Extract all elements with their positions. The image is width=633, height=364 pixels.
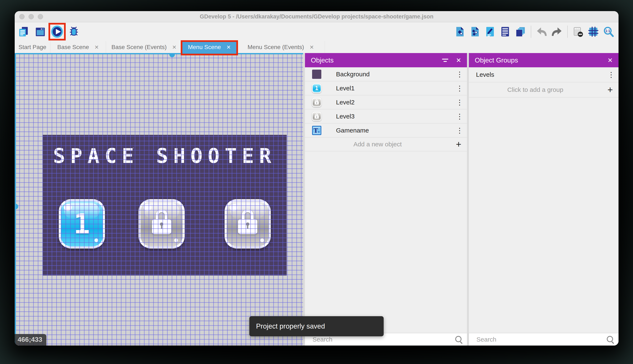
close-tab-icon[interactable]: ✕	[94, 44, 99, 50]
project-manager-icon[interactable]	[18, 26, 29, 38]
tab-start-page[interactable]: Start Page	[15, 41, 50, 53]
close-tab-icon[interactable]: ✕	[172, 44, 176, 50]
add-group-button[interactable]: Click to add a group +	[469, 82, 618, 98]
instances-list-icon[interactable]	[499, 26, 511, 38]
button-highlight	[230, 204, 238, 211]
object-row-level2[interactable]: Level2 ⋮	[305, 96, 467, 110]
text-object-thumbnail: Tx	[312, 126, 321, 135]
groups-search-bar	[469, 334, 618, 346]
object-row-level1[interactable]: 1 Level1 ⋮	[305, 81, 467, 96]
object-name: Level3	[336, 113, 452, 120]
undo-icon[interactable]	[536, 26, 548, 38]
group-menu-icon[interactable]: ⋮	[604, 70, 618, 79]
group-row-levels[interactable]: Levels ⋮	[469, 67, 618, 82]
tab-base-scene-events[interactable]: Base Scene (Events) ✕	[106, 41, 182, 53]
tab-label: Base Scene (Events)	[111, 44, 167, 50]
toast-message: Project properly saved	[249, 322, 325, 330]
level3-button-instance[interactable]	[225, 199, 271, 248]
play-icon	[51, 26, 63, 38]
objects-panel: Objects ✕ Background ⋮ 1 Level1 ⋮ Level2…	[305, 53, 467, 346]
level1-object-thumbnail: 1	[312, 84, 321, 93]
object-groups-title: Object Groups	[469, 56, 603, 64]
preview-window-icon[interactable]	[35, 26, 46, 38]
grid-toggle-icon[interactable]	[587, 26, 599, 38]
close-tab-icon[interactable]: ✕	[226, 44, 231, 50]
vertical-scrollbar-thumb[interactable]	[15, 204, 18, 209]
object-row-gamename[interactable]: Tx Gamename ⋮	[305, 124, 467, 138]
object-groups-header: Object Groups ✕	[469, 53, 618, 67]
level3-object-thumbnail	[312, 112, 321, 121]
level-number: 1	[61, 201, 103, 246]
close-panel-icon[interactable]: ✕	[603, 56, 618, 64]
tab-base-scene[interactable]: Base Scene ✕	[50, 41, 106, 53]
close-tab-icon[interactable]: ✕	[309, 44, 314, 50]
object-row-background[interactable]: Background ⋮	[305, 67, 467, 81]
tab-label: Menu Scene (Events)	[247, 44, 304, 50]
filter-icon[interactable]	[438, 59, 452, 62]
level2-object-thumbnail	[312, 98, 321, 107]
tab-bar: Start Page Base Scene ✕ Base Scene (Even…	[15, 41, 618, 53]
button-highlight-dot	[260, 238, 264, 242]
level1-button-instance[interactable]: 1	[59, 199, 105, 248]
tab-label: Base Scene	[57, 44, 89, 50]
objects-panel-title: Objects	[305, 56, 438, 64]
add-object-label: Add a new object	[305, 141, 450, 148]
objects-search-input[interactable]	[305, 336, 452, 343]
plus-icon: +	[602, 84, 618, 95]
object-menu-icon[interactable]: ⋮	[452, 84, 467, 92]
panel-divider[interactable]	[467, 53, 469, 346]
background-object-thumbnail	[312, 70, 321, 79]
search-icon	[604, 334, 618, 346]
vertical-scrollbar[interactable]	[15, 53, 16, 346]
groups-panel-empty-area	[469, 98, 618, 334]
horizontal-scrollbar-thumb[interactable]	[169, 53, 175, 57]
search-icon	[452, 334, 467, 346]
debug-icon[interactable]	[68, 26, 80, 38]
layers-icon[interactable]	[514, 26, 526, 38]
objects-list-icon[interactable]	[454, 26, 466, 38]
object-menu-icon[interactable]: ⋮	[452, 112, 467, 120]
lock-icon	[151, 209, 173, 236]
toolbar-separator	[531, 26, 531, 38]
scene-editor-canvas[interactable]: SPACE SHOOTER 1	[15, 53, 303, 346]
object-name: Background	[336, 71, 452, 78]
edit-scene-properties-icon[interactable]	[484, 26, 496, 38]
add-new-object-button[interactable]: Add a new object +	[305, 138, 467, 152]
scene-background-instance[interactable]: SPACE SHOOTER 1	[43, 135, 287, 276]
object-groups-panel: Object Groups ✕ Levels ⋮ Click to add a …	[469, 53, 618, 346]
objects-panel-header: Objects ✕	[305, 53, 467, 67]
horizontal-scrollbar[interactable]	[15, 53, 303, 54]
cursor-coordinates-badge: 466;433	[15, 334, 46, 346]
zoom-ratio-label: 1:1	[605, 29, 610, 33]
group-name: Levels	[476, 71, 604, 78]
groups-search-input[interactable]	[469, 336, 604, 343]
redo-icon[interactable]	[551, 26, 563, 38]
object-menu-icon[interactable]: ⋮	[452, 126, 467, 134]
tab-menu-scene[interactable]: Menu Scene ✕	[182, 41, 237, 53]
object-name: Level2	[336, 99, 452, 106]
object-name: Gamename	[336, 127, 452, 134]
button-highlight-dot	[174, 238, 178, 242]
save-toast: Project properly saved	[249, 316, 384, 336]
scene-title-text[interactable]: SPACE SHOOTER	[43, 144, 287, 168]
toolbar: 1:1	[15, 22, 618, 41]
mask-toggle-icon[interactable]	[572, 26, 584, 38]
close-panel-icon[interactable]: ✕	[452, 56, 467, 64]
window-title: GDevelop 5 - /Users/dkarakay/Documents/G…	[15, 11, 618, 22]
object-row-level3[interactable]: Level3 ⋮	[305, 110, 467, 124]
button-highlight	[144, 204, 152, 211]
level2-button-instance[interactable]	[139, 199, 185, 248]
tab-menu-scene-events[interactable]: Menu Scene (Events) ✕	[237, 41, 325, 53]
toolbar-separator	[567, 26, 568, 38]
tab-label: Start Page	[19, 44, 46, 50]
object-menu-icon[interactable]: ⋮	[452, 98, 467, 106]
play-preview-button[interactable]	[51, 26, 63, 38]
zoom-1-1-icon[interactable]: 1:1	[602, 26, 614, 38]
lock-icon	[237, 209, 258, 236]
plus-icon: +	[450, 139, 467, 150]
object-name: Level1	[336, 85, 452, 92]
panel-divider[interactable]	[303, 53, 305, 346]
object-groups-icon[interactable]	[469, 26, 481, 38]
object-menu-icon[interactable]: ⋮	[452, 70, 467, 78]
add-group-label: Click to add a group	[469, 86, 602, 93]
